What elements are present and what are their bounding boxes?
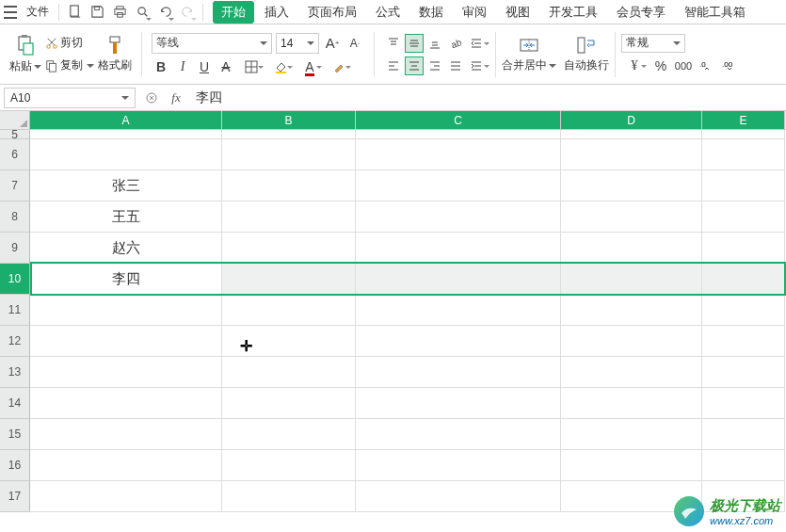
font-size-select[interactable]: 14 (276, 33, 319, 54)
col-header-D[interactable]: D (561, 111, 702, 129)
cell[interactable] (356, 295, 561, 326)
bold-button[interactable]: B (152, 57, 170, 76)
decrease-font-icon[interactable]: A- (345, 34, 364, 53)
cell[interactable] (702, 130, 785, 139)
cell[interactable] (356, 264, 561, 295)
cell[interactable] (702, 388, 785, 419)
comma-icon[interactable]: 000 (674, 56, 693, 75)
cell[interactable] (356, 450, 561, 481)
new-icon[interactable] (64, 2, 85, 23)
tab-formula[interactable]: 公式 (367, 1, 409, 24)
row-header[interactable]: 9 (0, 233, 30, 264)
cell[interactable] (561, 388, 702, 419)
row-header[interactable]: 10 (0, 264, 30, 295)
cell[interactable] (356, 481, 561, 512)
cell[interactable] (702, 170, 785, 202)
strikethrough-button[interactable]: A (217, 57, 235, 76)
fx-icon[interactable]: fx (168, 89, 184, 106)
italic-button[interactable]: I (173, 57, 192, 76)
cell[interactable] (561, 233, 702, 264)
align-middle-icon[interactable] (405, 34, 424, 53)
cell[interactable] (356, 202, 561, 233)
paste-button[interactable]: 粘贴 (9, 34, 41, 74)
justify-icon[interactable] (446, 56, 465, 75)
highlight-button[interactable] (326, 57, 352, 76)
cell[interactable]: 王五 (30, 202, 222, 233)
row-header[interactable]: 11 (0, 295, 30, 326)
cell[interactable] (702, 326, 785, 357)
cell[interactable]: 赵六 (30, 233, 222, 264)
cell[interactable] (561, 139, 702, 170)
row-header[interactable]: 7 (0, 170, 30, 202)
format-painter-button[interactable]: 格式刷 (98, 35, 132, 73)
fill-color-button[interactable] (267, 57, 294, 76)
currency-icon[interactable]: ¥ (621, 56, 648, 75)
col-header-E[interactable]: E (702, 111, 785, 129)
cell[interactable] (222, 170, 356, 202)
row-header[interactable]: 5 (0, 130, 30, 139)
cell[interactable] (30, 450, 222, 481)
cell[interactable] (561, 170, 702, 202)
cell[interactable] (30, 295, 222, 326)
cell[interactable] (222, 419, 356, 450)
cell[interactable] (702, 295, 785, 326)
cell[interactable] (30, 388, 222, 419)
cell[interactable] (702, 233, 785, 264)
cell[interactable] (561, 295, 702, 326)
cell[interactable] (356, 326, 561, 357)
cell[interactable]: 李四 (30, 264, 222, 295)
select-all-corner[interactable] (0, 111, 30, 129)
increase-decimal-icon[interactable]: .0 (697, 56, 715, 75)
decrease-decimal-icon[interactable]: .00 (719, 56, 738, 75)
tab-data[interactable]: 数据 (410, 1, 452, 24)
col-header-A[interactable]: A (30, 111, 222, 129)
formula-input[interactable]: 李四 (192, 89, 782, 106)
cell[interactable] (561, 264, 702, 295)
cell[interactable] (30, 481, 222, 512)
underline-button[interactable]: U (195, 57, 214, 76)
align-right-icon[interactable] (425, 56, 444, 75)
cancel-icon[interactable] (143, 89, 160, 106)
print-preview-icon[interactable] (132, 2, 152, 23)
orientation-icon[interactable]: ab (446, 34, 465, 53)
indent-decrease-icon[interactable] (467, 34, 486, 53)
cell[interactable] (561, 130, 702, 139)
wrap-text-button[interactable]: 自动换行 (564, 35, 609, 73)
number-format-select[interactable]: 常规 (621, 34, 685, 53)
cell[interactable] (222, 233, 356, 264)
cell[interactable] (561, 202, 702, 233)
increase-font-icon[interactable]: A+ (323, 34, 342, 53)
align-center-icon[interactable] (405, 56, 424, 75)
cell[interactable] (356, 357, 561, 388)
cell[interactable] (222, 295, 356, 326)
row-header[interactable]: 12 (0, 326, 30, 357)
cell[interactable] (702, 202, 785, 233)
align-top-icon[interactable] (384, 34, 403, 53)
cell[interactable] (356, 130, 561, 139)
align-bottom-icon[interactable] (425, 34, 444, 53)
cell[interactable] (561, 326, 702, 357)
file-menu[interactable]: 文件 (21, 4, 55, 20)
cell[interactable] (222, 139, 356, 170)
hamburger-icon[interactable] (4, 6, 17, 19)
font-name-select[interactable]: 等线 (152, 33, 272, 54)
cell[interactable] (222, 357, 356, 388)
redo-icon[interactable] (177, 2, 198, 23)
tab-insert[interactable]: 插入 (256, 1, 297, 24)
cell[interactable] (561, 450, 702, 481)
tab-start[interactable]: 开始 (213, 1, 254, 24)
font-color-button[interactable]: A (297, 57, 323, 76)
cell[interactable] (356, 170, 561, 202)
cell[interactable] (30, 326, 222, 357)
cell[interactable] (222, 202, 356, 233)
merge-center-button[interactable]: 合并居中 (502, 35, 556, 73)
cell[interactable] (222, 481, 356, 512)
copy-button[interactable]: 复制 (45, 56, 94, 75)
cell[interactable] (222, 450, 356, 481)
cell[interactable] (30, 130, 222, 139)
cell[interactable] (702, 357, 785, 388)
cell[interactable] (222, 264, 356, 295)
save-icon[interactable] (87, 2, 107, 23)
border-button[interactable] (238, 57, 265, 76)
tab-dev-tools[interactable]: 开发工具 (540, 1, 606, 24)
